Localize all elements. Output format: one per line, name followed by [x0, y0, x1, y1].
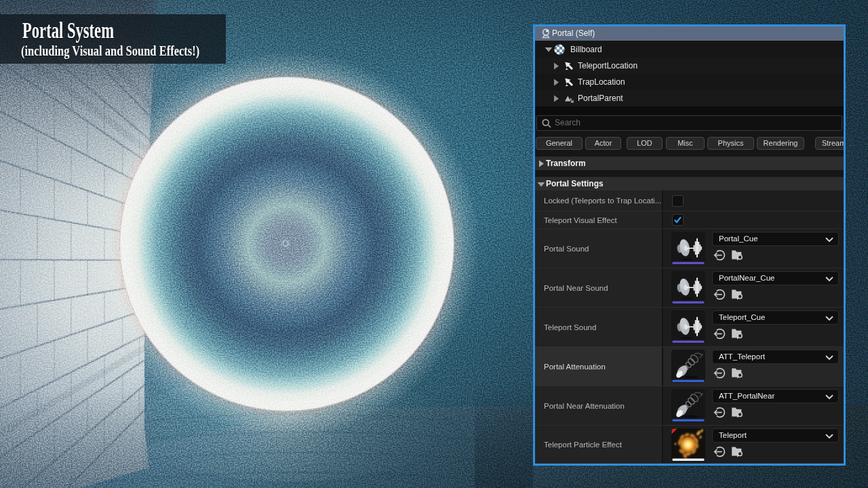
- svg-text:C: C: [572, 100, 574, 103]
